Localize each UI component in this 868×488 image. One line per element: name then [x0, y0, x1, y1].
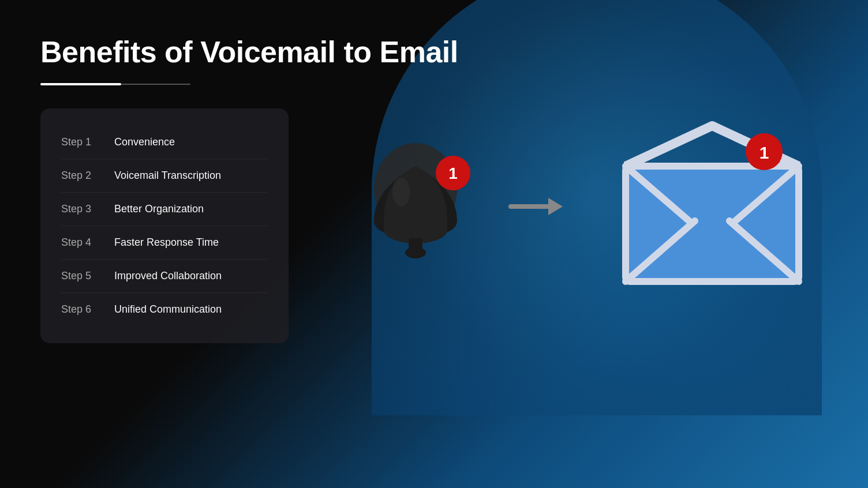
divider-thin: [121, 84, 190, 85]
list-item: Step 2 Voicemail Transcription: [61, 159, 268, 193]
svg-point-3: [392, 178, 410, 207]
step-text-4: Faster Response Time: [114, 237, 219, 249]
arrow-icon: [508, 192, 566, 223]
page-content: Benefits of Voicemail to Email Step 1 Co…: [0, 0, 868, 408]
page-title: Benefits of Voicemail to Email: [40, 35, 828, 69]
email-icon: 1: [614, 120, 810, 295]
list-item: Step 3 Better Organization: [61, 193, 268, 226]
step-text-6: Unified Communication: [114, 303, 222, 316]
step-label-2: Step 2: [61, 170, 100, 182]
divider-thick: [40, 83, 121, 85]
list-item: Step 6 Unified Communication: [61, 293, 268, 326]
voicemail-icon: 1: [341, 132, 491, 284]
svg-marker-7: [548, 198, 563, 215]
svg-point-2: [405, 247, 426, 258]
svg-rect-8: [626, 166, 799, 281]
illustration: 1: [323, 97, 828, 374]
list-item: Step 4 Faster Response Time: [61, 226, 268, 260]
steps-card: Step 1 Convenience Step 2 Voicemail Tran…: [40, 108, 289, 343]
step-text-3: Better Organization: [114, 203, 204, 215]
step-label-3: Step 3: [61, 203, 100, 215]
main-layout: Step 1 Convenience Step 2 Voicemail Tran…: [40, 108, 828, 374]
svg-text:1: 1: [448, 164, 458, 182]
step-label-6: Step 6: [61, 303, 100, 316]
step-text-1: Convenience: [114, 136, 175, 148]
step-label-5: Step 5: [61, 270, 100, 282]
svg-text:1: 1: [760, 143, 769, 162]
step-text-5: Improved Collaboration: [114, 270, 222, 282]
list-item: Step 1 Convenience: [61, 126, 268, 159]
step-label-1: Step 1: [61, 136, 100, 148]
step-label-4: Step 4: [61, 237, 100, 249]
title-divider: [40, 83, 828, 85]
list-item: Step 5 Improved Collaboration: [61, 260, 268, 293]
step-text-2: Voicemail Transcription: [114, 170, 221, 182]
